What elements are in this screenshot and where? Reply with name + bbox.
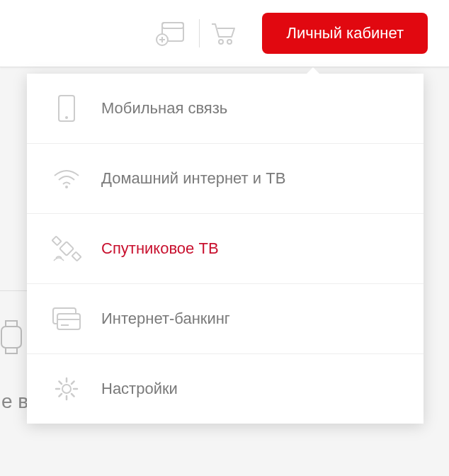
card-icon [52,304,81,334]
account-button[interactable]: Личный кабинет [262,13,428,54]
menu-item-home-internet[interactable]: Домашний интернет и ТВ [27,144,424,214]
background-watch-icon [0,319,25,355]
svg-rect-17 [57,314,80,329]
svg-point-12 [65,186,68,188]
svg-point-5 [219,40,223,44]
menu-item-label: Интернет-банкинг [101,310,230,328]
cart-icon [209,20,237,47]
wallet-add-icon [155,20,186,47]
menu-item-banking[interactable]: Интернет-банкинг [27,284,424,354]
satellite-icon [52,234,81,264]
wallet-add-button[interactable] [153,16,188,51]
svg-rect-13 [59,242,74,256]
dropdown-arrow [305,67,322,76]
svg-rect-8 [6,321,17,327]
menu-item-label: Настройки [101,380,178,398]
menu-item-satellite-tv[interactable]: Спутниковое ТВ [27,214,424,284]
menu-item-settings[interactable]: Настройки [27,354,424,424]
svg-point-11 [65,116,68,119]
svg-rect-14 [52,237,62,246]
gear-icon [52,374,81,404]
menu-item-label: Спутниковое ТВ [101,239,219,258]
background-content: е в [0,283,28,413]
svg-rect-9 [6,348,17,353]
wifi-icon [52,164,81,193]
svg-point-6 [227,40,232,44]
menu-item-label: Мобильная связь [101,99,227,118]
menu-item-mobile[interactable]: Мобильная связь [27,74,424,144]
menu-item-label: Домашний интернет и ТВ [101,169,285,188]
svg-rect-7 [1,327,21,348]
top-bar: Личный кабинет [0,0,449,67]
svg-rect-15 [72,252,81,261]
divider [199,19,200,47]
phone-icon [52,94,81,123]
cart-button[interactable] [205,16,241,51]
background-partial-text: е в [0,390,28,413]
svg-rect-1 [162,23,183,28]
svg-point-20 [62,385,71,393]
account-dropdown-menu: Мобильная связь Домашний интернет и ТВ С… [27,74,424,424]
